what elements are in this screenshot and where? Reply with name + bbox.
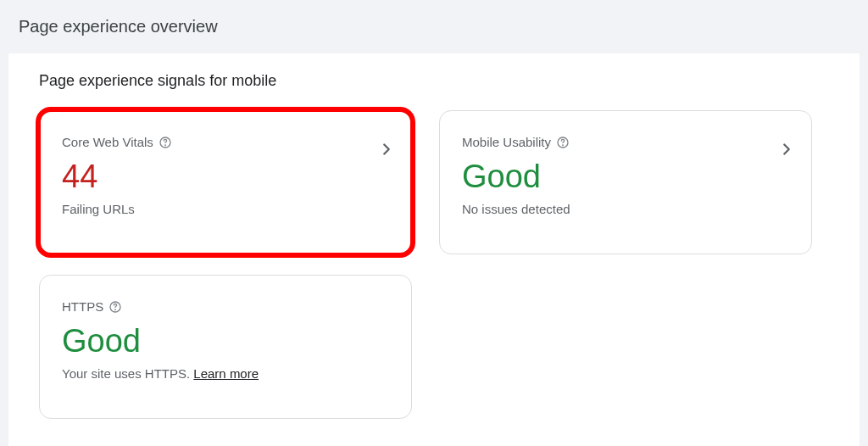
card-header: Core Web Vitals bbox=[62, 135, 389, 149]
chevron-right-icon bbox=[377, 140, 396, 159]
cards-row-2: HTTPS Good Your site uses HTTPS. Learn m… bbox=[39, 275, 829, 419]
svg-point-5 bbox=[115, 309, 116, 310]
learn-more-link[interactable]: Learn more bbox=[193, 366, 259, 381]
subtext-prefix: Your site uses HTTPS. bbox=[62, 366, 193, 381]
core-web-vitals-card[interactable]: Core Web Vitals 44 Failing URLs bbox=[39, 110, 412, 254]
page-title: Page experience overview bbox=[0, 0, 868, 53]
chevron-right-icon bbox=[777, 140, 796, 159]
cards-row-1: Core Web Vitals 44 Failing URLs bbox=[39, 110, 829, 254]
card-title: Core Web Vitals bbox=[62, 135, 153, 149]
card-header: Mobile Usability bbox=[462, 135, 789, 149]
help-icon[interactable] bbox=[159, 136, 172, 149]
svg-point-1 bbox=[164, 145, 165, 146]
card-value: 44 bbox=[62, 159, 389, 195]
card-subtext: Your site uses HTTPS. Learn more bbox=[62, 366, 389, 381]
card-subtext: No issues detected bbox=[462, 202, 789, 216]
help-icon[interactable] bbox=[108, 300, 122, 314]
card-header: HTTPS bbox=[62, 299, 389, 314]
card-value: Good bbox=[62, 324, 389, 360]
content-area: Page experience signals for mobile Core … bbox=[8, 53, 860, 446]
card-title: HTTPS bbox=[62, 299, 103, 314]
card-title: Mobile Usability bbox=[462, 135, 551, 149]
section-title: Page experience signals for mobile bbox=[39, 72, 829, 90]
card-value: Good bbox=[462, 159, 789, 195]
https-card[interactable]: HTTPS Good Your site uses HTTPS. Learn m… bbox=[39, 275, 412, 419]
card-subtext: Failing URLs bbox=[62, 202, 389, 216]
svg-point-3 bbox=[563, 145, 564, 146]
help-icon[interactable] bbox=[556, 136, 570, 149]
mobile-usability-card[interactable]: Mobile Usability Good No issues detected bbox=[439, 110, 812, 254]
